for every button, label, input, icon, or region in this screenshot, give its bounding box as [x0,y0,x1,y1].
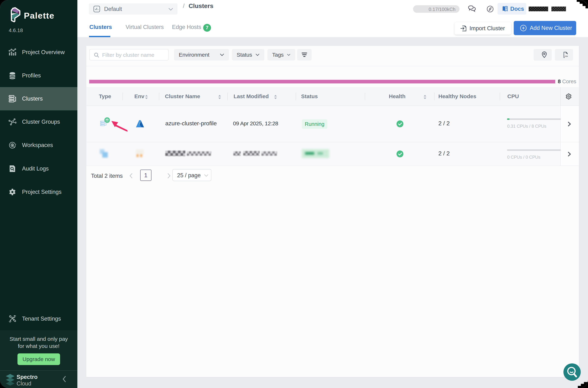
svg-text:CSV: CSV [565,55,568,57]
